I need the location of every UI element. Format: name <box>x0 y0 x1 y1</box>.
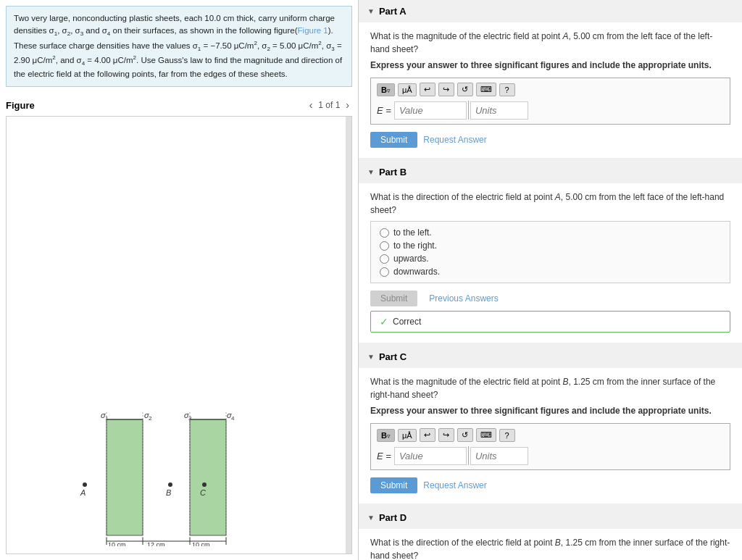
toolbar-mu-btn-c[interactable]: μÅ <box>398 429 417 442</box>
part-c-eq-label: E = <box>377 451 391 461</box>
part-c-request-answer-link[interactable]: Request Answer <box>423 480 486 490</box>
part-b-option-3-label: upwards. <box>393 254 429 264</box>
figure-next-button[interactable]: › <box>343 99 352 112</box>
part-b-option-1[interactable]: to the left. <box>380 227 721 238</box>
part-b-option-4-label: downwards. <box>393 267 440 277</box>
part-b-header[interactable]: ▼ Part B <box>359 161 742 183</box>
svg-text:2: 2 <box>149 415 152 422</box>
part-b-option-3[interactable]: upwards. <box>380 254 721 264</box>
svg-text:B: B <box>166 488 171 497</box>
part-a-inputs: E = <box>377 101 724 120</box>
part-c-header[interactable]: ▼ Part C <box>359 346 742 368</box>
part-c-submit-button[interactable]: Submit <box>370 477 417 493</box>
toolbar-redo-btn-c[interactable]: ↪ <box>438 428 454 442</box>
part-a-toggle-icon: ▼ <box>367 7 375 15</box>
part-c-content: What is the magnitude of the electric fi… <box>359 368 742 503</box>
part-b-option-2[interactable]: to the right. <box>380 241 721 251</box>
part-b-submit-button: Submit <box>370 291 417 306</box>
part-c-toggle-icon: ▼ <box>367 353 375 361</box>
part-b-radio-4[interactable] <box>380 267 389 277</box>
toolbar-help-btn-c[interactable]: ? <box>499 429 515 442</box>
figure-nav-label: 1 of 1 <box>318 100 340 110</box>
toolbar-refresh-btn-c[interactable]: ↺ <box>457 428 473 442</box>
part-b-toggle-icon: ▼ <box>367 168 375 176</box>
part-c-divider <box>468 446 469 465</box>
part-c-question: What is the magnitude of the electric fi… <box>370 375 730 401</box>
part-b-option-1-label: to the left. <box>393 227 432 238</box>
part-b-correct-banner: ✓ Correct <box>370 311 730 333</box>
part-d-header[interactable]: ▼ Part D <box>359 506 742 529</box>
part-c-label: Part C <box>379 351 407 362</box>
problem-text: Two very large, nonconducting plastic sh… <box>6 6 352 87</box>
svg-point-20 <box>202 482 207 487</box>
toolbar-keyboard-btn-a[interactable]: ⌨ <box>476 83 496 96</box>
part-a-value-input[interactable] <box>394 101 467 120</box>
figure-scrollbar[interactable] <box>346 117 351 553</box>
part-b-content: What is the direction of the electric fi… <box>359 183 742 343</box>
svg-rect-0 <box>107 419 143 535</box>
part-c-units-input[interactable] <box>470 447 528 465</box>
toolbar-mu-btn-a[interactable]: μÅ <box>398 83 417 96</box>
figure-link[interactable]: Figure 1 <box>298 26 328 35</box>
part-b-option-2-label: to the right. <box>393 241 437 251</box>
part-c-inputs: E = <box>377 446 724 465</box>
figure-container: σ 1 σ 2 σ 3 σ 4 <box>6 116 352 554</box>
svg-text:A: A <box>80 488 86 497</box>
part-a-units-input[interactable] <box>470 101 528 120</box>
part-a-answer-box: B▿ μÅ ↩ ↪ ↺ ⌨ ? E = <box>370 78 730 125</box>
toolbar-keyboard-btn-c[interactable]: ⌨ <box>476 428 496 442</box>
toolbar-format-btn-c[interactable]: B▿ <box>377 429 395 442</box>
part-b-section: ▼ Part B What is the direction of the el… <box>359 161 742 343</box>
toolbar-undo-btn-c[interactable]: ↩ <box>420 428 435 442</box>
correct-check-icon: ✓ <box>380 316 388 327</box>
part-c-answer-box: B▿ μÅ ↩ ↪ ↺ ⌨ ? E = <box>370 423 730 470</box>
figure-nav: ‹ 1 of 1 › <box>307 99 352 112</box>
part-b-radio-2[interactable] <box>380 241 389 251</box>
figure-header: Figure ‹ 1 of 1 › <box>6 99 352 112</box>
svg-point-16 <box>83 482 87 487</box>
toolbar-format-btn-a[interactable]: B▿ <box>377 83 395 96</box>
svg-text:10 cm: 10 cm <box>192 541 210 546</box>
part-c-actions: Submit Request Answer <box>370 477 730 493</box>
part-c-toolbar: B▿ μÅ ↩ ↪ ↺ ⌨ ? <box>377 428 724 442</box>
part-b-radio-group: to the left. to the right. upwards. down… <box>370 221 730 283</box>
part-c-value-input[interactable] <box>394 447 467 465</box>
toolbar-help-btn-a[interactable]: ? <box>499 83 515 96</box>
part-a-section: ▼ Part A What is the magnitude of the el… <box>359 0 742 158</box>
part-a-submit-button[interactable]: Submit <box>370 132 417 148</box>
part-d-toggle-icon: ▼ <box>367 514 375 522</box>
part-a-divider <box>468 101 469 120</box>
right-panel: ▼ Part A What is the magnitude of the el… <box>359 0 742 560</box>
toolbar-redo-btn-a[interactable]: ↪ <box>438 83 454 96</box>
part-a-eq-label: E = <box>377 105 391 116</box>
toolbar-undo-btn-a[interactable]: ↩ <box>420 83 435 96</box>
svg-point-18 <box>168 482 172 487</box>
toolbar-refresh-btn-a[interactable]: ↺ <box>457 83 473 96</box>
part-b-option-4[interactable]: downwards. <box>380 267 721 277</box>
part-d-content: What is the direction of the electric fi… <box>359 529 742 560</box>
part-a-content: What is the magnitude of the electric fi… <box>359 22 742 158</box>
figure-title: Figure <box>6 100 35 111</box>
svg-text:3: 3 <box>188 415 192 422</box>
part-a-actions: Submit Request Answer <box>370 132 730 148</box>
figure-svg: σ 1 σ 2 σ 3 σ 4 <box>63 412 295 546</box>
figure-prev-button[interactable]: ‹ <box>307 99 316 112</box>
svg-text:10 cm: 10 cm <box>108 541 126 546</box>
part-a-label: Part A <box>379 6 407 17</box>
part-b-question: What is the direction of the electric fi… <box>370 191 730 217</box>
part-b-actions: Submit Previous Answers <box>370 291 730 306</box>
part-b-radio-3[interactable] <box>380 254 389 264</box>
part-a-instruction: Express your answer to three significant… <box>370 60 730 70</box>
part-b-previous-answers-link[interactable]: Previous Answers <box>429 293 498 304</box>
part-a-request-answer-link[interactable]: Request Answer <box>423 135 486 145</box>
left-panel: Two very large, nonconducting plastic sh… <box>0 0 359 560</box>
part-a-header[interactable]: ▼ Part A <box>359 0 742 22</box>
svg-text:C: C <box>200 488 206 497</box>
part-a-toolbar: B▿ μÅ ↩ ↪ ↺ ⌨ ? <box>377 83 724 96</box>
part-b-radio-1[interactable] <box>380 228 389 238</box>
part-d-section: ▼ Part D What is the direction of the el… <box>359 506 742 560</box>
svg-text:12 cm: 12 cm <box>147 541 165 546</box>
svg-rect-1 <box>190 419 226 535</box>
part-a-question: What is the magnitude of the electric fi… <box>370 30 730 56</box>
part-d-label: Part D <box>379 512 407 523</box>
